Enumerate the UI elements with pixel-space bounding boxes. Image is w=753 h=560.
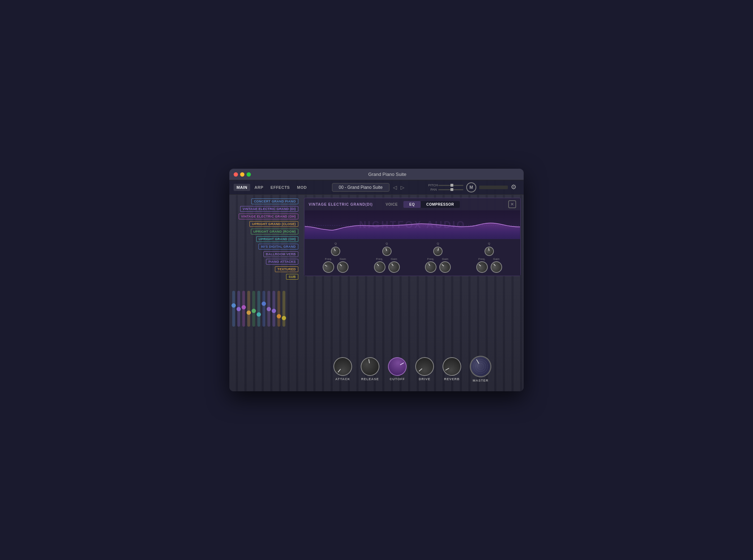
cutoff-knob[interactable]	[384, 354, 410, 379]
master-knob[interactable]	[466, 352, 495, 381]
list-item[interactable]: SUB	[229, 273, 301, 280]
fader-track[interactable]	[252, 291, 255, 327]
eq-band-4-freq-container: Freq.	[476, 257, 488, 273]
level-meter	[479, 186, 508, 189]
fader-track[interactable]	[282, 291, 285, 327]
eq-band-1-q-label: Q	[335, 242, 337, 245]
eq-close-button[interactable]: ✕	[508, 200, 516, 208]
tab-mod[interactable]: MOD	[294, 184, 309, 191]
eq-band-2-gain-container: Gain	[388, 257, 400, 273]
settings-icon[interactable]: ⚙	[511, 183, 519, 192]
eq-band-4-gain-knob[interactable]	[488, 259, 504, 275]
pitch-label: PITCH	[428, 183, 437, 187]
reverb-knob[interactable]	[439, 354, 464, 379]
eq-band-4-gain-label: Gain	[493, 257, 500, 261]
eq-band-3-freq-gain: Freq. Gain	[425, 257, 451, 273]
list-item[interactable]: VINTAGE ELECTRIC GRAND (OH)	[229, 213, 301, 220]
fader-track[interactable]	[242, 291, 245, 327]
eq-band-3-freq-knob[interactable]	[423, 259, 439, 275]
eq-band-3-q-knob[interactable]	[432, 246, 443, 257]
attack-knob[interactable]	[329, 353, 356, 379]
next-preset-button[interactable]: ▷	[399, 184, 406, 191]
eq-band-3-q-label: Q	[437, 242, 439, 245]
drive-control: DRIVE	[415, 357, 434, 381]
traffic-lights	[234, 172, 251, 177]
list-item[interactable]: PIANO ATTACKS	[229, 258, 301, 265]
close-button[interactable]	[234, 172, 238, 177]
eq-band-1-q-knob[interactable]	[329, 245, 342, 258]
instrument-label: TEXTURED	[275, 266, 298, 272]
fader-track[interactable]	[277, 291, 280, 327]
eq-band-2-freq-knob[interactable]	[371, 259, 388, 275]
fader-track[interactable]	[262, 291, 265, 327]
attack-label: ATTACK	[335, 377, 350, 381]
eq-band-3-gain-label: Gain	[442, 257, 448, 261]
tab-eq[interactable]: EQ	[403, 201, 420, 208]
eq-band-2-q-knob[interactable]	[381, 245, 393, 257]
eq-band-4-freq-knob[interactable]	[474, 259, 490, 275]
preset-name[interactable]: 00 - Grand Piano Suite	[332, 183, 389, 192]
reverb-label: REVERB	[444, 377, 460, 381]
eq-curve-svg	[305, 210, 520, 239]
instrument-label: UPRIGHT GRAND (ROOM)	[251, 229, 299, 234]
fader-track[interactable]	[272, 291, 275, 327]
tab-compressor[interactable]: COMPRESSOR	[421, 201, 460, 208]
eq-knobs-area: Q Freq.	[304, 239, 520, 276]
eq-band-2-freq-label: Freq.	[376, 257, 383, 261]
reverb-control: REVERB	[443, 357, 461, 381]
tab-voice[interactable]: VOICE	[380, 201, 404, 208]
instrument-label: 80'S DIGITAL GRAND	[258, 244, 298, 249]
tab-effects[interactable]: EFFECTS	[268, 184, 293, 191]
eq-band-2: Q Freq.	[374, 242, 400, 273]
master-label: MASTER	[473, 379, 488, 382]
list-item[interactable]: VINTAGE ELECTRIC GRAND (DI)	[229, 205, 301, 213]
faders-section	[229, 284, 301, 327]
tab-main[interactable]: MAIN	[234, 184, 250, 191]
minimize-button[interactable]	[240, 172, 244, 177]
list-item[interactable]: UPRIGHT GRAND (OH)	[229, 235, 301, 243]
eq-band-1-freq-knob[interactable]	[321, 259, 336, 275]
eq-band-2-freq-container: Freq.	[374, 257, 385, 273]
fader-track[interactable]	[237, 291, 240, 327]
pan-label: PAN	[428, 188, 437, 191]
eq-band-3-gain-knob[interactable]	[437, 259, 453, 275]
right-controls: PITCH PAN M ⚙	[428, 182, 519, 192]
pitch-pan-controls: PITCH PAN	[428, 183, 463, 191]
eq-band-1: Q Freq.	[323, 242, 349, 273]
eq-band-3-freq-label: Freq.	[427, 257, 434, 261]
tab-arp[interactable]: ARP	[252, 184, 266, 191]
attack-control: ATTACK	[333, 357, 352, 381]
pan-slider[interactable]	[438, 189, 463, 190]
eq-band-4-freq-label: Freq.	[478, 257, 486, 261]
midi-button[interactable]: M	[466, 182, 476, 192]
release-knob[interactable]	[359, 356, 381, 377]
eq-panel-header: VINTAGE ELECTRIC GRAND(DI) VOICE EQ COMP…	[304, 198, 520, 210]
instrument-label: UPRIGHT GRAND (CLOSE)	[249, 221, 298, 227]
fader-track[interactable]	[232, 291, 235, 327]
eq-band-2-gain-label: Gain	[391, 257, 397, 261]
prev-preset-button[interactable]: ◁	[392, 184, 398, 191]
eq-band-2-q-label: Q	[385, 242, 388, 245]
list-item[interactable]: BALLROOM VERB	[229, 251, 301, 258]
list-item[interactable]: 80'S DIGITAL GRAND	[229, 243, 301, 250]
eq-band-2-gain-knob[interactable]	[386, 259, 402, 275]
eq-band-2-freq-gain: Freq. Gain	[374, 257, 400, 273]
release-label: RELEASE	[361, 377, 379, 381]
instrument-label: UPRIGHT GRAND (OH)	[256, 236, 298, 242]
list-item[interactable]: UPRIGHT GRAND (CLOSE)	[229, 220, 301, 228]
svg-point-2	[471, 357, 490, 376]
list-item[interactable]: TEXTURED	[229, 266, 301, 273]
eq-panel-instrument-title: VINTAGE ELECTRIC GRAND(DI)	[309, 202, 373, 206]
eq-band-4-q-knob[interactable]	[484, 246, 495, 257]
list-item[interactable]: UPRIGHT GRAND (ROOM)	[229, 228, 301, 235]
fader-track[interactable]	[267, 291, 270, 327]
maximize-button[interactable]	[247, 172, 251, 177]
drive-knob[interactable]	[411, 353, 438, 379]
fader-track[interactable]	[247, 291, 250, 327]
preset-selector: 00 - Grand Piano Suite ◁ ▷	[313, 183, 425, 192]
eq-band-1-freq-label: Freq.	[325, 257, 332, 261]
pitch-slider[interactable]	[438, 185, 463, 186]
list-item[interactable]: CONCERT GRAND PIANO	[229, 198, 301, 205]
eq-band-1-gain-knob[interactable]	[335, 259, 351, 275]
fader-track[interactable]	[257, 291, 260, 327]
